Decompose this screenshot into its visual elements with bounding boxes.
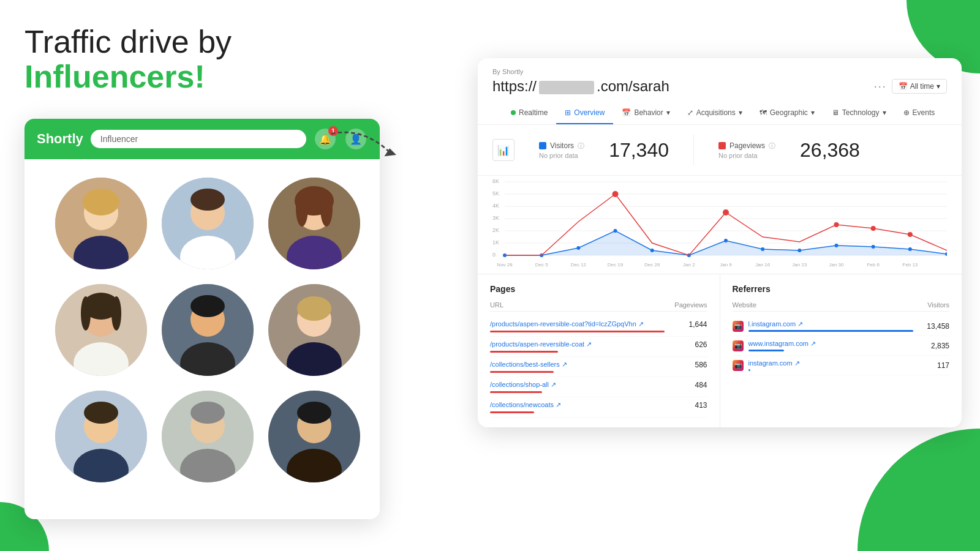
time-filter-dropdown[interactable]: 📅 All time ▾ xyxy=(892,79,947,94)
analytics-toolbar: ··· 📅 All time ▾ xyxy=(874,79,947,94)
visitors-column-header: Visitors xyxy=(927,301,949,309)
ref-row: 📷 l.instagram.com ↗ 13,458 xyxy=(733,317,950,336)
svg-text:Jan 2: Jan 2 xyxy=(683,262,695,268)
chart-dot xyxy=(650,249,654,252)
ref-link-1[interactable]: l.instagram.com ↗ xyxy=(748,320,922,328)
svg-text:1K: 1K xyxy=(492,239,499,246)
tab-events[interactable]: ⊕ Events xyxy=(895,102,944,124)
ref-link-3[interactable]: instagram.com ↗ xyxy=(748,359,932,367)
tab-realtime[interactable]: Realtime xyxy=(502,102,556,124)
pageview-count-4: 484 xyxy=(695,381,707,389)
ref-bar-1 xyxy=(748,330,914,332)
svg-text:Jan 23: Jan 23 xyxy=(792,262,807,268)
pages-title: Pages xyxy=(490,284,707,294)
pages-section: Pages URL Pageviews /products/aspen-reve… xyxy=(478,274,720,427)
divider xyxy=(693,135,694,165)
svg-text:Feb 13: Feb 13 xyxy=(902,262,918,268)
url-bar xyxy=(490,411,534,413)
page-url-5[interactable]: /collections/newcoats ↗ xyxy=(490,401,690,413)
ref-count-2: 2,835 xyxy=(931,342,949,350)
time-filter-label: All time xyxy=(910,82,934,91)
analytics-panel: By Shortly https://.com/sarah ··· 📅 All … xyxy=(478,58,962,427)
chart-peak-dot xyxy=(834,222,839,227)
svg-rect-26 xyxy=(191,306,224,309)
avatar-5[interactable] xyxy=(162,284,254,376)
table-row: /products/aspen-reversible-coat ↗ 626 xyxy=(490,337,707,357)
svg-rect-9 xyxy=(191,200,224,203)
tab-geographic-label: Geographic xyxy=(770,108,808,117)
overview-grid-icon: ⊞ xyxy=(565,108,571,117)
avatar-1[interactable] xyxy=(55,178,147,269)
tab-overview[interactable]: ⊞ Overview xyxy=(556,102,613,124)
tab-realtime-label: Realtime xyxy=(519,108,548,117)
pageview-count-3: 586 xyxy=(695,361,707,369)
more-button[interactable]: ··· xyxy=(874,80,887,93)
visitors-label-row: Visitors ⓘ xyxy=(539,141,584,151)
ref-row: 📷 instagram.com ↗ 117 xyxy=(733,356,950,375)
svg-rect-4 xyxy=(83,201,119,206)
realtime-dot-icon xyxy=(511,110,516,115)
chart-dot xyxy=(872,245,875,249)
instagram-icon-2: 📷 xyxy=(733,340,744,351)
svg-text:Jan 9: Jan 9 xyxy=(720,262,732,268)
chevron-geographic-icon: ▾ xyxy=(811,108,815,117)
pageview-count-2: 626 xyxy=(695,340,707,349)
tab-geographic[interactable]: 🗺 Geographic ▾ xyxy=(751,102,823,124)
visitors-value: 17,340 xyxy=(609,139,669,162)
tab-acquisitions[interactable]: ⤢ Acquisitions ▾ xyxy=(679,102,751,124)
page-url-2[interactable]: /products/aspen-reversible-coat ↗ xyxy=(490,340,690,353)
line-chart: 6K 5K 4K 3K 2K 1K 0 xyxy=(492,176,947,268)
svg-text:4K: 4K xyxy=(492,203,499,209)
chart-dot xyxy=(614,229,617,233)
svg-text:Dec 12: Dec 12 xyxy=(571,262,587,268)
avatar-8[interactable] xyxy=(162,391,254,482)
table-row: /products/aspen-reversible-coat?tid=lczZ… xyxy=(490,317,707,337)
avatar-grid xyxy=(24,159,380,501)
chart-peak-dot xyxy=(908,232,913,237)
search-input[interactable]: Influencer xyxy=(91,130,306,148)
chart-toggle-icon[interactable]: 📊 xyxy=(492,139,514,161)
pageviews-color-box xyxy=(718,142,726,149)
avatar-2[interactable] xyxy=(162,178,254,269)
url-bar xyxy=(490,331,665,332)
ref-count-1: 13,458 xyxy=(927,322,949,331)
avatar-3[interactable] xyxy=(268,178,360,269)
referrers-table-header: Website Visitors xyxy=(733,301,950,312)
page-url-3[interactable]: /collections/best-sellers ↗ xyxy=(490,361,690,373)
instagram-icon-3: 📷 xyxy=(733,360,744,371)
chart-dot xyxy=(724,239,728,242)
url-bar xyxy=(490,391,542,393)
referrers-title: Referrers xyxy=(733,284,950,294)
avatar-7[interactable] xyxy=(55,391,147,482)
analytics-url-row: https://.com/sarah ··· 📅 All time ▾ xyxy=(492,78,947,95)
svg-point-14 xyxy=(296,190,308,227)
chevron-technology-icon: ▾ xyxy=(883,108,886,117)
url-blur xyxy=(539,81,594,94)
ref-bar-2 xyxy=(748,350,784,351)
pageviews-label-row: Pageviews ⓘ xyxy=(718,141,775,151)
website-column-header: Website xyxy=(733,301,757,309)
pageviews-sub: No prior data xyxy=(718,152,775,159)
tab-overview-label: Overview xyxy=(574,108,605,117)
headline: Traffic drive by Influencers! xyxy=(24,24,380,94)
page-url-4[interactable]: /collections/shop-all ↗ xyxy=(490,381,690,393)
pageviews-info-icon: ⓘ xyxy=(769,141,775,151)
dashed-arrow xyxy=(325,119,404,174)
tab-technology[interactable]: 🖥 Technology ▾ xyxy=(823,102,895,124)
avatar-4[interactable] xyxy=(55,284,147,376)
tab-behavior[interactable]: 📅 Behavior ▾ xyxy=(613,102,678,124)
avatar-9[interactable] xyxy=(268,391,360,482)
chevron-behavior-icon: ▾ xyxy=(666,108,670,117)
pageviews-stat: Pageviews ⓘ No prior data xyxy=(718,141,775,159)
url-bar xyxy=(490,351,558,353)
url-prefix: https:// xyxy=(492,78,537,94)
analytics-header: By Shortly https://.com/sarah ··· 📅 All … xyxy=(478,58,962,125)
left-panel: Traffic drive by Influencers! Shortly In… xyxy=(24,24,380,519)
url-suffix: .com/sarah xyxy=(597,78,669,94)
svg-text:Feb 6: Feb 6 xyxy=(867,262,880,268)
table-row: /collections/shop-all ↗ 484 xyxy=(490,377,707,397)
acquisitions-icon: ⤢ xyxy=(687,108,693,117)
avatar-6[interactable] xyxy=(268,284,360,376)
ref-link-2[interactable]: www.instagram.com ↗ xyxy=(748,340,926,348)
page-url-1[interactable]: /products/aspen-reversible-coat?tid=lczZ… xyxy=(490,320,684,332)
